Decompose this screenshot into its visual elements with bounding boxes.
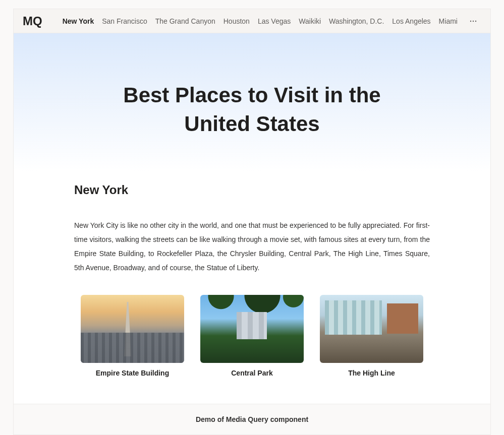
nav-item-new-york[interactable]: New York bbox=[63, 16, 94, 26]
nav-item-los-angeles[interactable]: Los Angeles bbox=[392, 16, 430, 26]
footer-text: Demo of Media Query component bbox=[196, 415, 308, 423]
card-the-high-line[interactable]: The High Line bbox=[320, 295, 423, 377]
card-caption: Central Park bbox=[200, 369, 304, 377]
section-title: New York bbox=[74, 183, 430, 197]
card-image bbox=[200, 295, 304, 363]
more-horizontal-icon bbox=[469, 17, 477, 25]
page-container: MQ New York San Francisco The Grand Cany… bbox=[13, 9, 491, 435]
svg-point-0 bbox=[470, 20, 471, 21]
card-empire-state-building[interactable]: Empire State Building bbox=[81, 295, 184, 377]
nav-item-las-vegas[interactable]: Las Vegas bbox=[258, 16, 291, 26]
card-central-park[interactable]: Central Park bbox=[200, 295, 304, 377]
header: MQ New York San Francisco The Grand Cany… bbox=[14, 9, 490, 33]
nav-item-waikiki[interactable]: Waikiki bbox=[299, 16, 321, 26]
nav-item-miami[interactable]: Miami bbox=[439, 16, 458, 26]
nav-item-washington-dc[interactable]: Washington, D.C. bbox=[329, 16, 384, 26]
logo: MQ bbox=[23, 14, 42, 28]
card-caption: Empire State Building bbox=[81, 369, 184, 377]
footer: Demo of Media Query component bbox=[14, 404, 490, 434]
nav-item-grand-canyon[interactable]: The Grand Canyon bbox=[155, 16, 215, 26]
card-image bbox=[320, 295, 423, 363]
hero-title: Best Places to Visit in the United State… bbox=[91, 81, 414, 138]
cards-row: Empire State Building Central Park The H… bbox=[74, 295, 430, 377]
nav-item-houston[interactable]: Houston bbox=[223, 16, 250, 26]
svg-point-2 bbox=[475, 20, 476, 21]
pivot-nav: New York San Francisco The Grand Canyon … bbox=[63, 16, 460, 26]
nav-overflow-button[interactable] bbox=[465, 13, 481, 29]
card-caption: The High Line bbox=[320, 369, 423, 377]
svg-point-1 bbox=[473, 20, 474, 21]
section-body: New York City is like no other city in t… bbox=[74, 218, 430, 275]
hero: Best Places to Visit in the United State… bbox=[14, 33, 490, 171]
card-image bbox=[81, 295, 184, 363]
nav-item-san-francisco[interactable]: San Francisco bbox=[102, 16, 147, 26]
section-new-york: New York New York City is like no other … bbox=[14, 171, 490, 404]
